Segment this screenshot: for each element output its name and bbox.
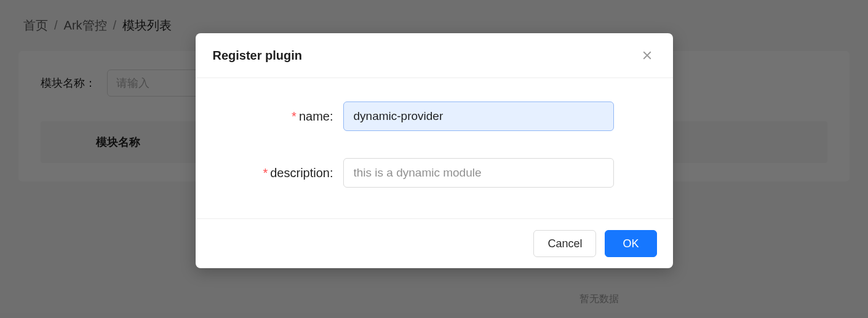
cancel-button[interactable]: Cancel [533, 230, 596, 257]
form-row-description: *description: [226, 158, 642, 188]
register-plugin-modal: Register plugin *name: *description: [196, 33, 673, 268]
required-star-icon: * [263, 166, 268, 180]
form-row-name: *name: [226, 101, 642, 131]
name-label: name: [299, 109, 333, 123]
description-field[interactable] [343, 158, 614, 188]
ok-button[interactable]: OK [605, 230, 656, 257]
description-label: description: [270, 166, 333, 180]
close-button[interactable] [639, 47, 656, 64]
description-label-wrap: *description: [226, 166, 343, 180]
modal-title: Register plugin [213, 49, 303, 63]
modal-footer: Cancel OK [196, 218, 673, 268]
name-field[interactable] [343, 101, 614, 131]
name-label-wrap: *name: [226, 109, 343, 124]
close-icon [642, 50, 653, 61]
modal-overlay: Register plugin *name: *description: [0, 0, 868, 318]
required-star-icon: * [292, 109, 297, 123]
modal-body: *name: *description: [196, 78, 673, 218]
modal-header: Register plugin [196, 33, 673, 78]
